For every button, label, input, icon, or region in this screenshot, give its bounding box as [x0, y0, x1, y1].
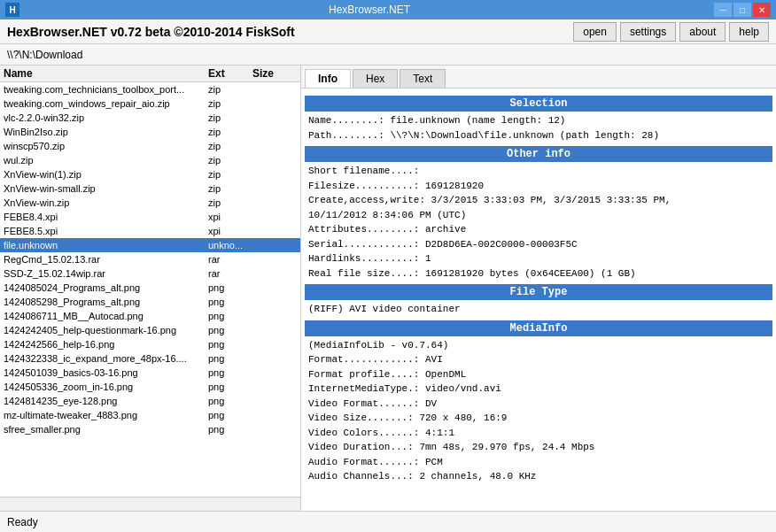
title-bar: H HexBrowser.NET ─ □ ✕	[0, 0, 776, 19]
file-ext: png	[208, 325, 252, 335]
hscroll-bar[interactable]	[0, 497, 300, 511]
file-ext: xpi	[208, 212, 252, 222]
file-row[interactable]: WinBin2Iso.zip zip	[0, 125, 300, 139]
file-name: 1424501039_basics-03-16.png	[4, 367, 208, 378]
right-panel: InfoHexText SelectionName........: file.…	[301, 66, 776, 511]
main-area: Name Ext Size tweaking.com_technicians_t…	[0, 66, 776, 511]
file-row[interactable]: RegCmd_15.02.13.rar rar	[0, 252, 300, 266]
file-list-body[interactable]: tweaking.com_technicians_toolbox_port...…	[0, 82, 300, 497]
info-line: Serial............: D2D8D6EA-002C0000-00…	[305, 237, 772, 252]
info-line: Name........: file.unknown (name length:…	[305, 113, 772, 128]
section-header-mediainfo: MediaInfo	[305, 320, 772, 336]
about-button[interactable]: about	[679, 22, 726, 42]
status-bar: Ready	[0, 511, 776, 532]
file-ext: zip	[208, 141, 252, 151]
file-ext: xpi	[208, 226, 252, 236]
section-header-selection: Selection	[305, 96, 772, 112]
info-line: Audio Format......: PCM	[305, 455, 772, 470]
file-name: 1424242405_help-questionmark-16.png	[4, 325, 208, 335]
path-bar: \\?\N:\Download	[0, 44, 776, 66]
file-row[interactable]: mz-ultimate-tweaker_4883.png png	[0, 408, 300, 422]
info-line: 10/11/2012 8:34:06 PM (UTC)	[305, 208, 772, 223]
file-name: 1424322338_ic_expand_more_48px-16....	[4, 353, 208, 364]
tab-info[interactable]: Info	[305, 69, 351, 88]
info-line: Filesize..........: 1691281920	[305, 179, 772, 194]
file-name: RegCmd_15.02.13.rar	[4, 254, 208, 265]
file-row[interactable]: sfree_smaller.png png	[0, 422, 300, 436]
file-row[interactable]: tweaking.com_windows_repair_aio.zip zip	[0, 96, 300, 111]
info-line: InternetMediaType.: video/vnd.avi	[305, 382, 772, 397]
info-line: (MediaInfoLib - v0.7.64)	[305, 338, 772, 353]
file-name: XnView-win-small.zip	[4, 183, 208, 194]
settings-button[interactable]: settings	[620, 22, 676, 42]
file-name: tweaking.com_windows_repair_aio.zip	[4, 98, 208, 109]
info-line: Format profile....: OpenDML	[305, 367, 772, 382]
title-bar-controls: ─ □ ✕	[714, 3, 771, 17]
file-name: winscp570.zip	[4, 141, 208, 151]
section-header-file-type: File Type	[305, 284, 772, 300]
open-button[interactable]: open	[573, 22, 617, 42]
info-line: Format............: AVI	[305, 352, 772, 367]
file-ext: png	[208, 410, 252, 420]
hscroll-inner	[0, 497, 300, 511]
file-row[interactable]: vlc-2.2.0-win32.zip zip	[0, 111, 300, 125]
file-ext: png	[208, 282, 252, 293]
file-ext: zip	[208, 98, 252, 109]
section-header-other-info: Other info	[305, 146, 772, 162]
file-row[interactable]: 1424505336_zoom_in-16.png png	[0, 380, 300, 394]
close-button[interactable]: ✕	[753, 3, 771, 17]
file-name: XnView-win(1).zip	[4, 169, 208, 180]
file-row[interactable]: wul.zip zip	[0, 153, 300, 167]
file-name: 1424505336_zoom_in-16.png	[4, 382, 208, 392]
file-name: FEBE8.5.xpi	[4, 226, 208, 236]
info-line: Real file size....: 1691281920 bytes (0x…	[305, 266, 772, 281]
info-line: Short filename....:	[305, 164, 772, 179]
file-row[interactable]: 1424814235_eye-128.png png	[0, 394, 300, 408]
info-line: Video Format......: DV	[305, 397, 772, 412]
file-name: file.unknown	[4, 240, 208, 251]
file-row[interactable]: file.unknown unkno...	[0, 238, 300, 252]
file-row[interactable]: FEBE8.5.xpi xpi	[0, 224, 300, 238]
info-line: Video Duration...: 7mn 48s, 29.970 fps, …	[305, 440, 772, 455]
file-row[interactable]: tweaking.com_technicians_toolbox_port...…	[0, 82, 300, 96]
file-name: 1424085298_Programs_alt.png	[4, 297, 208, 307]
file-row[interactable]: XnView-win(1).zip zip	[0, 167, 300, 181]
col-size-header: Size	[252, 67, 297, 80]
file-ext: zip	[208, 155, 252, 166]
info-panel[interactable]: SelectionName........: file.unknown (nam…	[301, 89, 776, 511]
file-name: 1424242566_help-16.png	[4, 339, 208, 350]
info-line: Create,access,write: 3/3/2015 3:33:03 PM…	[305, 193, 772, 208]
maximize-button[interactable]: □	[733, 3, 751, 17]
file-list-panel: Name Ext Size tweaking.com_technicians_t…	[0, 66, 301, 511]
file-name: mz-ultimate-tweaker_4883.png	[4, 410, 208, 420]
file-name: 1424085024_Programs_alt.png	[4, 282, 208, 293]
help-button[interactable]: help	[729, 22, 769, 42]
file-row[interactable]: winscp570.zip zip	[0, 139, 300, 153]
title-bar-title: HexBrowser.NET	[25, 4, 714, 16]
file-name: SSD-Z_15.02.14wip.rar	[4, 268, 208, 279]
file-row[interactable]: XnView-win.zip zip	[0, 196, 300, 210]
file-ext: png	[208, 311, 252, 321]
file-row[interactable]: SSD-Z_15.02.14wip.rar rar	[0, 266, 300, 281]
file-name: 1424814235_eye-128.png	[4, 396, 208, 406]
file-row[interactable]: 1424085024_Programs_alt.png png	[0, 281, 300, 295]
file-ext: png	[208, 353, 252, 364]
file-name: sfree_smaller.png	[4, 424, 208, 435]
file-row[interactable]: 1424242566_help-16.png png	[0, 337, 300, 351]
tab-text[interactable]: Text	[400, 69, 446, 88]
path-label: \\?\N:\Download	[7, 49, 82, 61]
file-row[interactable]: 1424242405_help-questionmark-16.png png	[0, 323, 300, 337]
file-list-header: Name Ext Size	[0, 66, 300, 82]
file-ext: rar	[208, 254, 252, 265]
file-row[interactable]: 1424322338_ic_expand_more_48px-16.... pn…	[0, 351, 300, 366]
file-row[interactable]: FEBE8.4.xpi xpi	[0, 210, 300, 224]
app-title: HexBrowser.NET v0.72 beta ©2010-2014 Fis…	[7, 25, 570, 39]
file-row[interactable]: 1424086711_MB__Autocad.png png	[0, 309, 300, 323]
file-row[interactable]: 1424501039_basics-03-16.png png	[0, 366, 300, 380]
info-line: Video Colors......: 4:1:1	[305, 426, 772, 441]
info-line: Attributes........: archive	[305, 222, 772, 237]
tab-hex[interactable]: Hex	[353, 69, 398, 88]
minimize-button[interactable]: ─	[714, 3, 732, 17]
file-row[interactable]: 1424085298_Programs_alt.png png	[0, 295, 300, 309]
file-row[interactable]: XnView-win-small.zip zip	[0, 181, 300, 196]
